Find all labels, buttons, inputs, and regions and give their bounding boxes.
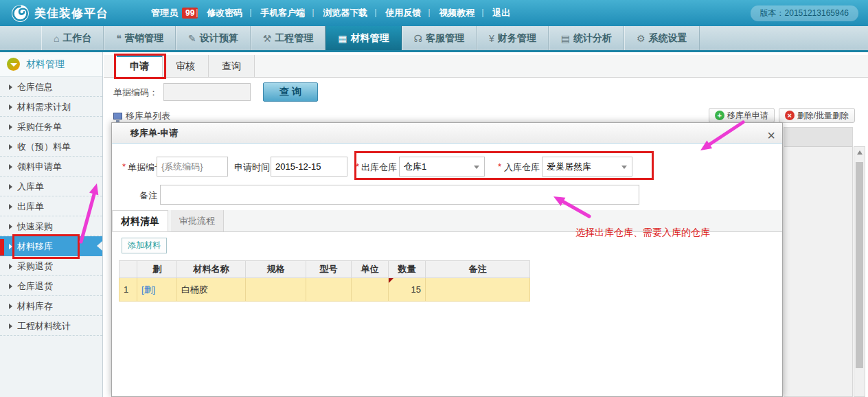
user-name[interactable]: 管理员	[151, 7, 178, 19]
top-menu-item[interactable]: 修改密码	[198, 7, 251, 19]
monitor-icon	[113, 113, 122, 120]
sidebar-item[interactable]: 入库单	[0, 177, 102, 196]
sidebar-item[interactable]: 材料移库	[0, 236, 102, 256]
code-input[interactable]	[157, 157, 228, 177]
search-row: 单据编码： 查 询	[104, 78, 783, 108]
sidebar-item[interactable]: 材料需求计划	[0, 97, 102, 117]
main-nav: ⌂ 工作台 ❝ 营销管理 ✎ 设计预算 ⚒ 工程管理 ▦ 材料管理 ☊ 客服管理	[0, 26, 868, 52]
sidebar-item[interactable]: 采购任务单	[0, 117, 102, 137]
remark-input[interactable]	[160, 185, 639, 205]
nav-tab-icon: ⌂	[54, 33, 59, 44]
nav-tab-label: 工程管理	[275, 32, 313, 45]
add-material-button[interactable]: 添加材料	[122, 238, 167, 253]
nav-tab-icon: ☊	[414, 33, 422, 44]
cell-name[interactable]: 白桶胶	[177, 278, 246, 302]
close-icon[interactable]: ×	[767, 125, 775, 146]
date-input[interactable]	[271, 157, 347, 177]
content-tab[interactable]: 申请	[117, 55, 163, 78]
edited-corner-icon	[389, 278, 393, 283]
col-remark: 备注	[426, 261, 530, 278]
top-menu-item[interactable]: 视频教程	[430, 7, 483, 19]
dialog-title: 移库单-申请	[130, 128, 178, 138]
nav-tab-list: ⌂ 工作台 ❝ 营销管理 ✎ 设计预算 ⚒ 工程管理 ▦ 材料管理 ☊ 客服管理	[41, 26, 700, 50]
content-tab[interactable]: 查询	[209, 55, 255, 77]
nav-tab[interactable]: ▦ 材料管理	[326, 26, 401, 50]
content-tab-strip: 申请审核查询	[104, 55, 868, 78]
sidebar-item[interactable]: 领料申请单	[0, 157, 102, 177]
nav-tab-label: 财务管理	[498, 32, 536, 45]
nav-tab[interactable]: ✎ 设计预算	[176, 26, 251, 50]
sidebar-item[interactable]: 采购退货	[0, 256, 102, 276]
required-mark: *	[122, 161, 126, 172]
brand-logo-icon	[11, 4, 30, 23]
nav-tab[interactable]: ⚒ 工程管理	[251, 26, 326, 50]
version-badge: 版本：20151213165946	[751, 5, 858, 21]
cell-model[interactable]	[306, 278, 352, 302]
table-header-row: 删 材料名称 规格 型号 单位 数量 备注	[119, 261, 530, 278]
delete-batch-button[interactable]: × 删除/批量删除	[779, 108, 855, 123]
cell-spec[interactable]	[246, 278, 306, 302]
top-menu-item[interactable]: 手机客户端	[251, 7, 314, 19]
new-transfer-label: 移库单申请	[727, 110, 768, 122]
nav-tab-label: 工作台	[62, 32, 91, 45]
top-menu-item[interactable]: 使用反馈	[376, 7, 430, 19]
out-warehouse-select[interactable]: 仓库1	[399, 157, 485, 177]
sidebar-item[interactable]: 仓库退货	[0, 276, 102, 296]
content-tab[interactable]: 审核	[163, 55, 209, 77]
brand-title: 美佳装修平台	[34, 5, 108, 21]
out-warehouse-value: 仓库1	[404, 161, 426, 173]
col-delete: 删	[137, 261, 177, 278]
chevron-down-icon	[474, 166, 479, 169]
nav-tab-label: 材料管理	[351, 32, 389, 45]
top-menu-item[interactable]: 退出	[483, 7, 519, 19]
nav-tab[interactable]: ⌂ 工作台	[41, 26, 104, 50]
nav-tab-icon: ¥	[489, 33, 494, 44]
plus-icon: +	[715, 111, 724, 120]
col-qty: 数量	[389, 261, 426, 278]
list-action-buttons: + 移库单申请 × 删除/批量删除	[709, 108, 855, 123]
col-spec: 规格	[246, 261, 306, 278]
sidebar-header[interactable]: 材料管理	[0, 52, 102, 77]
dialog-title-bar[interactable]: 移库单-申请 ×	[112, 123, 782, 144]
sidebar-item[interactable]: 材料库存	[0, 296, 102, 316]
nav-tab[interactable]: ▤ 统计分析	[549, 26, 624, 50]
nav-tab-icon: ✎	[188, 33, 196, 44]
background-list-panel	[784, 127, 853, 397]
nav-tab[interactable]: ¥ 财务管理	[477, 26, 549, 50]
nav-tab[interactable]: ☊ 客服管理	[402, 26, 477, 50]
top-menu: 修改密码手机客户端浏览器下载使用反馈视频教程退出	[198, 7, 519, 19]
sidebar-item[interactable]: 工程材料统计	[0, 316, 102, 336]
cell-unit[interactable]	[352, 278, 389, 302]
scrollbar-up-icon[interactable]	[854, 147, 865, 158]
sidebar-item[interactable]: 出库单	[0, 196, 102, 216]
nav-tab-icon: ⚙	[637, 33, 646, 44]
new-transfer-button[interactable]: + 移库单申请	[709, 108, 775, 123]
app-window: 美佳装修平台 管理员 99 修改密码手机客户端浏览器下载使用反馈视频教程退出 版…	[0, 0, 868, 397]
doc-code-input[interactable]	[163, 83, 251, 101]
detail-tab[interactable]: 材料清单	[112, 210, 168, 231]
material-table: 删 材料名称 规格 型号 单位 数量 备注 1 [删] 白桶胶 15	[119, 260, 530, 302]
sidebar-title: 材料管理	[26, 58, 65, 71]
sidebar-item[interactable]: 仓库信息	[0, 77, 102, 97]
cell-qty[interactable]: 15	[389, 278, 426, 302]
detail-tab[interactable]: 审批流程	[171, 210, 224, 231]
nav-tab-label: 统计分析	[573, 32, 612, 45]
sidebar-item[interactable]: 快速采购	[0, 216, 102, 236]
required-mark: *	[356, 161, 359, 172]
sidebar-item[interactable]: 收（预）料单	[0, 137, 102, 157]
nav-tab[interactable]: ⚙ 系统设置	[624, 26, 700, 50]
cell-remark[interactable]	[426, 278, 530, 302]
background-list-header	[784, 128, 852, 147]
row-delete-link[interactable]: [删]	[141, 284, 155, 295]
vertical-scrollbar[interactable]	[854, 146, 865, 397]
search-button[interactable]: 查 询	[263, 82, 318, 102]
scrollbar-thumb[interactable]	[856, 162, 863, 368]
in-warehouse-label: 入库仓库	[504, 161, 540, 174]
detail-tab-strip: 材料清单审批流程	[112, 210, 782, 232]
in-warehouse-select[interactable]: 爱巢居然库	[542, 157, 632, 177]
top-bar: 美佳装修平台 管理员 99 修改密码手机客户端浏览器下载使用反馈视频教程退出 版…	[0, 0, 868, 26]
top-menu-item[interactable]: 浏览器下载	[314, 7, 376, 19]
nav-tab-label: 设计预算	[200, 32, 238, 45]
nav-tab-label: 营销管理	[125, 32, 163, 45]
nav-tab[interactable]: ❝ 营销管理	[104, 26, 176, 50]
